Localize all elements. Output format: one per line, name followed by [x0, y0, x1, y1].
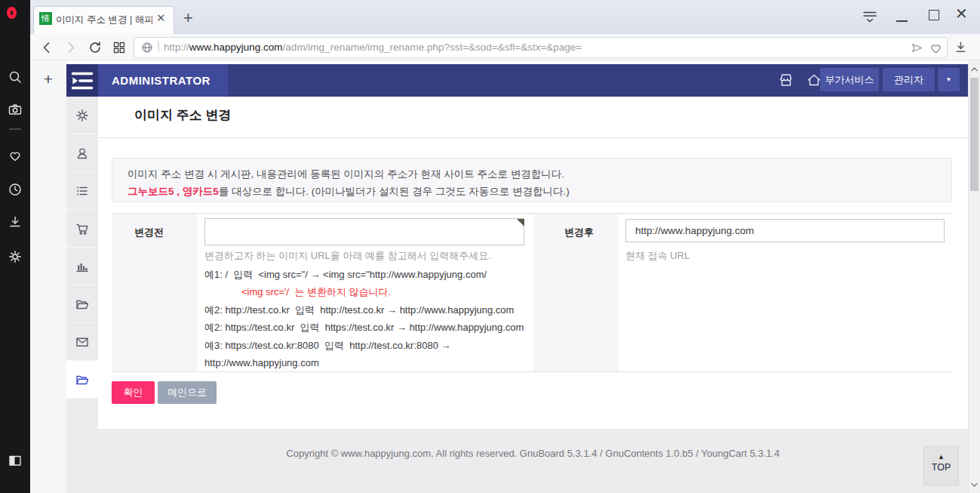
notice-line1: 이미지 주소 변경 시 게시판, 내용관리에 등록된 이미지의 주소가 현재 사… — [127, 165, 936, 183]
scrollbar-down-icon[interactable] — [970, 481, 978, 489]
speed-dial-icon[interactable] — [112, 40, 127, 55]
share-send-icon[interactable] — [910, 41, 924, 55]
notice-highlight: 그누보드5 , 영카드5 — [127, 186, 219, 197]
opera-logo-icon[interactable] — [7, 7, 17, 19]
settings-gear-icon[interactable] — [8, 249, 23, 264]
after-help-text: 현재 접속 URL — [625, 249, 690, 263]
notice-line2-rest: 를 대상으로 합니다. (아미나빌더가 설치된 경우 그것도 자동으로 변경합니… — [219, 186, 570, 197]
back-icon[interactable] — [39, 40, 54, 55]
top-button-label: TOP — [924, 462, 958, 473]
workspace-plus-icon[interactable]: + — [30, 70, 66, 88]
example-list: 예1: / 입력 <img src="/ → <img src="http://… — [204, 266, 524, 371]
admin-icon-sidebar — [66, 97, 98, 493]
example-line: 예2: http://test.co.kr 입력 http://test.co.… — [204, 301, 524, 319]
after-url-input[interactable] — [625, 219, 945, 242]
after-label: 변경후 — [564, 226, 594, 239]
site-globe-icon[interactable] — [140, 41, 154, 54]
example-line: 예2: https://test.co.kr 입력 https://test.c… — [204, 319, 524, 336]
notice-line2: 그누보드5 , 영카드5를 대상으로 합니다. (아미나빌더가 설치된 경우 그… — [127, 183, 936, 200]
scroll-top-button[interactable]: ▲ TOP — [923, 446, 959, 485]
search-icon[interactable] — [8, 69, 23, 85]
copyright-text: Copyright © www.happyjung.com. All right… — [98, 448, 968, 459]
sidebar-item-members-person-icon[interactable] — [66, 134, 98, 172]
history-clock-icon[interactable] — [8, 182, 23, 197]
extra-services-button[interactable]: 부가서비스 — [820, 68, 879, 91]
before-help-text: 변경하고자 하는 이미지 URL을 아래 예를 참고해서 입력해주세요. — [204, 249, 491, 263]
forward-icon[interactable] — [63, 40, 78, 55]
browser-window: 情 이미지 주소 변경 | 해피정 ✕ + ✕ | http://www.hap… — [0, 0, 980, 493]
notice-box: 이미지 주소 변경 시 게시판, 내용관리에 등록된 이미지의 주소가 현재 사… — [112, 158, 952, 202]
workspace-column — [30, 60, 66, 493]
admin-title: ADMINISTRATOR — [112, 64, 210, 97]
shop-icon[interactable] — [778, 72, 794, 88]
url-text: http://www.happyjung.com/adm/img_rename/… — [164, 37, 582, 58]
textarea-corner-marker — [517, 219, 524, 226]
tab-close-icon[interactable]: ✕ — [156, 11, 166, 25]
confirm-button[interactable]: 확인 — [112, 381, 155, 404]
download-page-icon[interactable] — [953, 39, 969, 55]
window-close-icon[interactable]: ✕ — [955, 5, 968, 23]
sidebar-item-config-gear-icon[interactable] — [66, 97, 98, 134]
easy-setup-icon[interactable] — [862, 10, 878, 23]
sidebar-toggle-icon[interactable] — [8, 453, 23, 468]
scrollbar-up-icon[interactable] — [970, 65, 978, 73]
admin-dropdown-caret[interactable]: ▼ — [938, 68, 960, 91]
sidebar-item-contents-folder-icon[interactable] — [66, 285, 98, 323]
url-separator: | — [157, 39, 160, 51]
top-triangle-icon: ▲ — [924, 453, 958, 461]
new-tab-button[interactable]: + — [183, 8, 193, 28]
bookmark-heart-icon[interactable] — [929, 41, 943, 55]
go-main-button[interactable]: 메인으로 — [158, 381, 217, 404]
before-url-textarea[interactable] — [204, 218, 524, 245]
sidebar-item-boards-list-icon[interactable] — [66, 172, 98, 210]
sidebar-item-stats-chart-icon[interactable] — [66, 248, 98, 285]
example-line: 예3: https://test.co.kr:8080 입력 http://te… — [204, 337, 524, 354]
before-label: 변경전 — [134, 226, 164, 239]
heart-bookmarks-icon[interactable] — [8, 148, 23, 163]
snapshot-camera-icon[interactable] — [8, 102, 23, 117]
form-top-border — [112, 213, 952, 214]
heading-divider — [98, 137, 968, 138]
admin-menu-button[interactable]: 관리자 — [883, 68, 935, 91]
reload-icon[interactable] — [88, 40, 103, 55]
downloads-icon[interactable] — [8, 214, 23, 230]
tab-title: 이미지 주소 변경 | 해피정 — [56, 14, 152, 26]
opera-sidebar — [0, 0, 30, 493]
example-line-warning: <img src='/ 는 변환하지 않습니다. — [204, 283, 524, 300]
scrollbar-thumb[interactable] — [970, 78, 978, 191]
example-line: 예1: / 입력 <img src="/ → <img src="http://… — [204, 266, 524, 283]
menu-fold-icon[interactable] — [66, 64, 98, 97]
example-line-wrap: http://www.happyjung.com — [204, 354, 524, 371]
url-domain: www.happyjung.com — [189, 42, 283, 53]
sidebar-item-plugins-folder-icon-active[interactable] — [66, 361, 98, 399]
minimize-button[interactable] — [896, 20, 908, 22]
url-path: /adm/img_rename/img_rename.php?sst=&sod=… — [283, 42, 582, 53]
footer-background — [98, 429, 968, 493]
sidebar-item-shop-cart-icon[interactable] — [66, 210, 98, 248]
maximize-button[interactable] — [929, 10, 939, 20]
page-title: 이미지 주소 변경 — [134, 106, 231, 124]
sidebar-item-mail-envelope-icon[interactable] — [66, 323, 98, 361]
url-protocol: http:// — [164, 42, 189, 53]
sidebar-divider — [9, 128, 21, 130]
tab-favicon: 情 — [39, 12, 52, 25]
